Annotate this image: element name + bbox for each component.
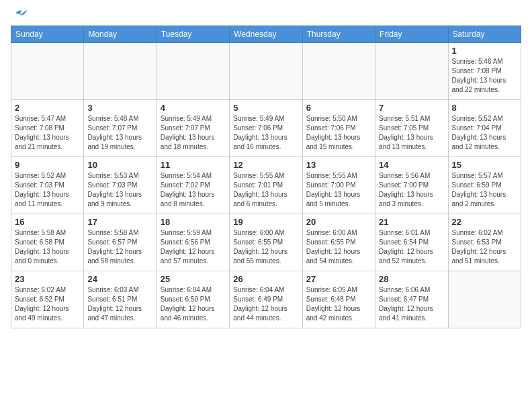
day-info: Sunrise: 6:03 AM Sunset: 6:51 PM Dayligh… <box>87 285 152 323</box>
calendar-cell: 12Sunrise: 5:55 AM Sunset: 7:01 PM Dayli… <box>230 157 302 214</box>
calendar-cell: 13Sunrise: 5:55 AM Sunset: 7:00 PM Dayli… <box>302 157 375 214</box>
day-number: 8 <box>452 103 517 113</box>
calendar-cell: 14Sunrise: 5:56 AM Sunset: 7:00 PM Dayli… <box>375 157 448 214</box>
day-info: Sunrise: 5:49 AM Sunset: 7:06 PM Dayligh… <box>233 114 298 152</box>
day-number: 1 <box>452 46 517 56</box>
weekday-header-row: SundayMondayTuesdayWednesdayThursdayFrid… <box>11 26 521 43</box>
calendar-cell: 10Sunrise: 5:53 AM Sunset: 7:03 PM Dayli… <box>84 157 157 214</box>
day-number: 18 <box>161 217 226 227</box>
day-number: 22 <box>452 217 517 227</box>
day-info: Sunrise: 5:55 AM Sunset: 7:01 PM Dayligh… <box>233 171 298 209</box>
calendar-week-2: 2Sunrise: 5:47 AM Sunset: 7:08 PM Daylig… <box>11 100 521 157</box>
calendar-table: SundayMondayTuesdayWednesdayThursdayFrid… <box>11 26 521 328</box>
calendar-cell: 20Sunrise: 6:00 AM Sunset: 6:55 PM Dayli… <box>302 214 375 271</box>
day-number: 7 <box>379 103 444 113</box>
day-number: 20 <box>306 217 371 227</box>
calendar-cell: 2Sunrise: 5:47 AM Sunset: 7:08 PM Daylig… <box>11 100 84 157</box>
day-number: 4 <box>161 103 226 113</box>
day-number: 19 <box>233 217 298 227</box>
calendar-cell <box>157 43 229 100</box>
page-header <box>11 11 521 20</box>
calendar-cell: 22Sunrise: 6:02 AM Sunset: 6:53 PM Dayli… <box>448 214 521 271</box>
calendar-cell: 11Sunrise: 5:54 AM Sunset: 7:02 PM Dayli… <box>157 157 229 214</box>
day-number: 10 <box>87 160 152 170</box>
day-number: 6 <box>306 103 371 113</box>
calendar-cell: 15Sunrise: 5:57 AM Sunset: 6:59 PM Dayli… <box>448 157 521 214</box>
day-info: Sunrise: 5:46 AM Sunset: 7:08 PM Dayligh… <box>452 57 517 95</box>
weekday-header-tuesday: Tuesday <box>157 26 229 43</box>
day-info: Sunrise: 5:59 AM Sunset: 6:56 PM Dayligh… <box>161 228 226 266</box>
day-info: Sunrise: 6:06 AM Sunset: 6:47 PM Dayligh… <box>379 285 444 323</box>
day-info: Sunrise: 5:57 AM Sunset: 6:59 PM Dayligh… <box>452 171 517 209</box>
day-number: 16 <box>15 217 80 227</box>
weekday-header-sunday: Sunday <box>11 26 84 43</box>
day-info: Sunrise: 5:55 AM Sunset: 7:00 PM Dayligh… <box>306 171 371 209</box>
calendar-week-5: 23Sunrise: 6:02 AM Sunset: 6:52 PM Dayli… <box>11 271 521 328</box>
calendar-week-3: 9Sunrise: 5:52 AM Sunset: 7:03 PM Daylig… <box>11 157 521 214</box>
day-number: 3 <box>87 103 152 113</box>
day-number: 5 <box>233 103 298 113</box>
day-info: Sunrise: 5:53 AM Sunset: 7:03 PM Dayligh… <box>87 171 152 209</box>
day-info: Sunrise: 6:04 AM Sunset: 6:50 PM Dayligh… <box>161 285 226 323</box>
day-number: 25 <box>161 274 226 284</box>
calendar-cell: 16Sunrise: 5:58 AM Sunset: 6:58 PM Dayli… <box>11 214 84 271</box>
calendar-cell: 3Sunrise: 5:48 AM Sunset: 7:07 PM Daylig… <box>84 100 157 157</box>
day-info: Sunrise: 6:02 AM Sunset: 6:52 PM Dayligh… <box>15 285 80 323</box>
calendar-week-4: 16Sunrise: 5:58 AM Sunset: 6:58 PM Dayli… <box>11 214 521 271</box>
calendar-cell: 7Sunrise: 5:51 AM Sunset: 7:05 PM Daylig… <box>375 100 448 157</box>
day-number: 13 <box>306 160 371 170</box>
logo-bird-icon <box>13 8 28 20</box>
day-number: 26 <box>233 274 298 284</box>
calendar-cell: 19Sunrise: 6:00 AM Sunset: 6:55 PM Dayli… <box>230 214 302 271</box>
day-info: Sunrise: 6:05 AM Sunset: 6:48 PM Dayligh… <box>306 285 371 323</box>
day-info: Sunrise: 5:49 AM Sunset: 7:07 PM Dayligh… <box>161 114 226 152</box>
day-info: Sunrise: 6:01 AM Sunset: 6:54 PM Dayligh… <box>379 228 444 266</box>
day-number: 15 <box>452 160 517 170</box>
calendar-cell: 27Sunrise: 6:05 AM Sunset: 6:48 PM Dayli… <box>302 271 375 328</box>
day-number: 9 <box>15 160 80 170</box>
day-info: Sunrise: 5:52 AM Sunset: 7:03 PM Dayligh… <box>15 171 80 209</box>
calendar-cell: 25Sunrise: 6:04 AM Sunset: 6:50 PM Dayli… <box>157 271 229 328</box>
day-number: 21 <box>379 217 444 227</box>
day-info: Sunrise: 5:56 AM Sunset: 7:00 PM Dayligh… <box>379 171 444 209</box>
calendar-cell: 9Sunrise: 5:52 AM Sunset: 7:03 PM Daylig… <box>11 157 84 214</box>
calendar-cell: 6Sunrise: 5:50 AM Sunset: 7:06 PM Daylig… <box>302 100 375 157</box>
day-info: Sunrise: 5:52 AM Sunset: 7:04 PM Dayligh… <box>452 114 517 152</box>
calendar-cell: 8Sunrise: 5:52 AM Sunset: 7:04 PM Daylig… <box>448 100 521 157</box>
day-info: Sunrise: 5:58 AM Sunset: 6:57 PM Dayligh… <box>87 228 152 266</box>
calendar-cell: 28Sunrise: 6:06 AM Sunset: 6:47 PM Dayli… <box>375 271 448 328</box>
day-number: 17 <box>87 217 152 227</box>
weekday-header-wednesday: Wednesday <box>230 26 302 43</box>
calendar-cell: 24Sunrise: 6:03 AM Sunset: 6:51 PM Dayli… <box>84 271 157 328</box>
weekday-header-saturday: Saturday <box>448 26 521 43</box>
day-number: 2 <box>15 103 80 113</box>
day-number: 11 <box>161 160 226 170</box>
calendar-cell <box>11 43 84 100</box>
calendar-cell: 1Sunrise: 5:46 AM Sunset: 7:08 PM Daylig… <box>448 43 521 100</box>
day-info: Sunrise: 5:58 AM Sunset: 6:58 PM Dayligh… <box>15 228 80 266</box>
day-info: Sunrise: 6:00 AM Sunset: 6:55 PM Dayligh… <box>233 228 298 266</box>
calendar-cell: 23Sunrise: 6:02 AM Sunset: 6:52 PM Dayli… <box>11 271 84 328</box>
day-number: 14 <box>379 160 444 170</box>
weekday-header-monday: Monday <box>84 26 157 43</box>
day-info: Sunrise: 5:47 AM Sunset: 7:08 PM Dayligh… <box>15 114 80 152</box>
weekday-header-friday: Friday <box>375 26 448 43</box>
calendar-week-1: 1Sunrise: 5:46 AM Sunset: 7:08 PM Daylig… <box>11 43 521 100</box>
day-info: Sunrise: 5:54 AM Sunset: 7:02 PM Dayligh… <box>161 171 226 209</box>
day-number: 24 <box>87 274 152 284</box>
day-info: Sunrise: 6:04 AM Sunset: 6:49 PM Dayligh… <box>233 285 298 323</box>
calendar-cell <box>375 43 448 100</box>
day-number: 28 <box>379 274 444 284</box>
day-number: 27 <box>306 274 371 284</box>
calendar-cell: 21Sunrise: 6:01 AM Sunset: 6:54 PM Dayli… <box>375 214 448 271</box>
day-info: Sunrise: 5:50 AM Sunset: 7:06 PM Dayligh… <box>306 114 371 152</box>
calendar-cell: 5Sunrise: 5:49 AM Sunset: 7:06 PM Daylig… <box>230 100 302 157</box>
weekday-header-thursday: Thursday <box>302 26 375 43</box>
day-info: Sunrise: 6:02 AM Sunset: 6:53 PM Dayligh… <box>452 228 517 266</box>
calendar-cell <box>230 43 302 100</box>
day-info: Sunrise: 5:48 AM Sunset: 7:07 PM Dayligh… <box>87 114 152 152</box>
logo <box>11 11 28 20</box>
calendar-cell <box>84 43 157 100</box>
calendar-cell: 4Sunrise: 5:49 AM Sunset: 7:07 PM Daylig… <box>157 100 229 157</box>
day-number: 23 <box>15 274 80 284</box>
